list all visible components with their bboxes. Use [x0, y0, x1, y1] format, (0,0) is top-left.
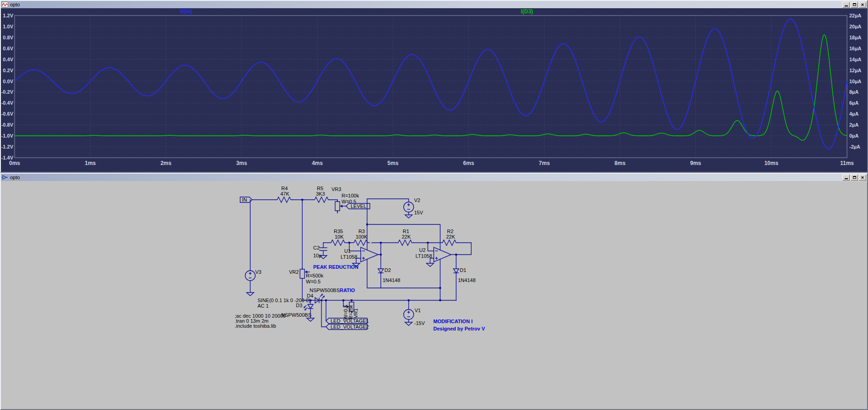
svg-text:4ms: 4ms — [312, 160, 323, 166]
c2-name: C2 — [313, 245, 320, 250]
svg-text:2µA: 2µA — [849, 122, 858, 128]
waveform-window: opto × 1.2V1.0V0.8V0.6V0.4V0.2V0.0V-0.2V… — [0, 0, 868, 173]
schematic-wires[interactable] — [250, 199, 471, 327]
resistor-r35[interactable]: R35 10K — [329, 229, 347, 245]
capacitor-c2[interactable]: C2 10µ — [313, 245, 327, 259]
waveform-titlebar[interactable]: opto × — [1, 1, 867, 8]
d2-name: D2 — [384, 267, 391, 273]
led-d3[interactable]: D3 NSPW500BS — [281, 303, 314, 321]
vr2-value: R=500k — [306, 273, 324, 278]
schematic-window-icon[interactable] — [2, 175, 8, 180]
close-button[interactable]: × — [859, 175, 866, 181]
waveform-plot-area[interactable]: 1.2V1.0V0.8V0.6V0.4V0.2V0.0V-0.2V-0.4V-0… — [1, 8, 867, 172]
r5-value: 3K3 — [316, 191, 325, 197]
r3-name: R3 — [358, 229, 365, 234]
schematic-window: opto × — [0, 173, 868, 410]
level-label: LEVEL — [351, 203, 366, 209]
d1-value: 1N4148 — [458, 277, 476, 283]
svg-text:10ms: 10ms — [764, 160, 779, 166]
minimize-button[interactable] — [842, 2, 850, 8]
comment-ratio[interactable]: RATIO — [340, 288, 355, 293]
svg-text:4µA: 4µA — [849, 111, 858, 117]
d3-name: D3 — [296, 303, 302, 308]
comment-peak-reduction[interactable]: PEAK REDUCTION — [313, 264, 358, 270]
vr1-name: VR1 — [353, 309, 358, 318]
vr3-name: VR3 — [331, 186, 341, 192]
led-d4[interactable]: NSPW500BS D4 — [307, 288, 340, 303]
u2-name: U2 — [419, 247, 426, 253]
svg-text:0.2V: 0.2V — [3, 68, 13, 73]
svg-text:1.2V: 1.2V — [3, 13, 13, 18]
svg-text:-0.8V: -0.8V — [1, 122, 14, 128]
waveform-window-icon[interactable] — [2, 2, 8, 7]
comment-designed-by[interactable]: Designed by Petrov V — [433, 326, 485, 331]
comment-modification[interactable]: MODIFICATION I — [433, 319, 473, 324]
restore-button[interactable] — [851, 2, 858, 8]
diode-d2[interactable]: D2 1N4148 — [378, 267, 400, 283]
diode-d1[interactable]: D1 1N4148 — [453, 267, 476, 283]
minimize-button[interactable] — [842, 175, 850, 181]
svg-text:I(D3): I(D3) — [521, 8, 533, 15]
svg-text:18µA: 18µA — [849, 35, 862, 40]
minimize-icon — [845, 5, 848, 6]
vsource-v1[interactable]: V1 -15V — [404, 308, 425, 326]
v2-value: 15V — [414, 210, 423, 215]
svg-text:3ms: 3ms — [236, 160, 247, 166]
svg-text:7ms: 7ms — [539, 160, 550, 166]
svg-text:12µA: 12µA — [849, 68, 862, 73]
resistor-r2[interactable]: R2 22K — [440, 229, 458, 245]
v2-name: V2 — [414, 197, 420, 203]
svg-text:0.0V: 0.0V — [3, 79, 13, 84]
u2-value: LT1058 — [416, 253, 432, 259]
svg-text:6ms: 6ms — [463, 160, 474, 166]
window-title: opto — [10, 175, 20, 180]
pot-vr1[interactable]: W=0.5 R=25k VR1 — [343, 300, 358, 319]
r2-name: R2 — [447, 229, 453, 234]
schematic-titlebar[interactable]: opto × — [1, 174, 867, 181]
v1-name: V1 — [415, 308, 421, 313]
u1-value: LT1058 — [341, 254, 358, 260]
vr2-name: VR2 — [289, 269, 299, 275]
vsource-v2[interactable]: V2 15V — [404, 197, 423, 218]
r4-value: 47K — [280, 191, 289, 197]
ground-symbol — [405, 215, 412, 218]
led-voltage2-label: LED_VOLTAGE2 — [331, 324, 369, 330]
led-voltage1-label: LED_VOLTAGE1 — [331, 318, 369, 324]
svg-text:5ms: 5ms — [388, 160, 399, 166]
v1-value: -15V — [414, 320, 425, 326]
c2-value: 10µ — [313, 253, 322, 258]
svg-text:16µA: 16µA — [849, 46, 862, 51]
r35-name: R35 — [334, 229, 343, 234]
r2-value: 22K — [446, 234, 455, 240]
r35-value: 10K — [335, 234, 344, 240]
d4-name: D4 — [307, 293, 313, 298]
close-icon: × — [861, 2, 864, 7]
opamp-u2[interactable]: U2 LT1058 — [416, 247, 451, 266]
d2-value: 1N4148 — [383, 277, 400, 283]
resistor-r1[interactable]: R1 22K — [396, 229, 414, 245]
opamp-u1[interactable]: U1 LT1058 — [341, 247, 378, 266]
resistor-r4[interactable]: R4 47K — [275, 186, 293, 202]
svg-text:-2µA: -2µA — [849, 144, 860, 149]
svg-text:0µA: 0µA — [849, 133, 858, 138]
svg-text:-1.0V: -1.0V — [1, 133, 14, 138]
svg-text:22µA: 22µA — [849, 13, 862, 18]
directive-include[interactable]: .include toshiba.lib — [235, 323, 276, 329]
schematic-canvas-area[interactable]: IN R4 47K R5 3K3 VR3 R=100k W=0.5 — [1, 181, 867, 409]
flag-led-voltage1[interactable]: LED_VOLTAGE1 — [326, 318, 369, 324]
r5-name: R5 — [317, 186, 323, 191]
close-button[interactable]: × — [859, 2, 866, 8]
resistor-r5[interactable]: R5 3K3 — [312, 186, 331, 202]
pot-vr2[interactable]: VR2 R=500k W=0.5 — [289, 267, 324, 284]
waveform-plot[interactable]: 1.2V1.0V0.8V0.6V0.4V0.2V0.0V-0.2V-0.4V-0… — [1, 8, 867, 172]
window-title: opto — [10, 2, 20, 7]
schematic-canvas[interactable]: IN R4 47K R5 3K3 VR3 R=100k W=0.5 — [1, 181, 867, 409]
svg-text:0.8V: 0.8V — [3, 35, 13, 40]
v3-value: SINE(0 0.1 1k 0 -200 0) — [258, 298, 310, 303]
flag-led-voltage2[interactable]: LED_VOLTAGE2 — [326, 324, 369, 330]
restore-button[interactable] — [851, 175, 858, 181]
svg-text:0.4V: 0.4V — [3, 57, 13, 62]
svg-text:8µA: 8µA — [849, 89, 858, 95]
u1-name: U1 — [344, 248, 351, 254]
d4-value: NSPW500BS — [310, 288, 340, 293]
